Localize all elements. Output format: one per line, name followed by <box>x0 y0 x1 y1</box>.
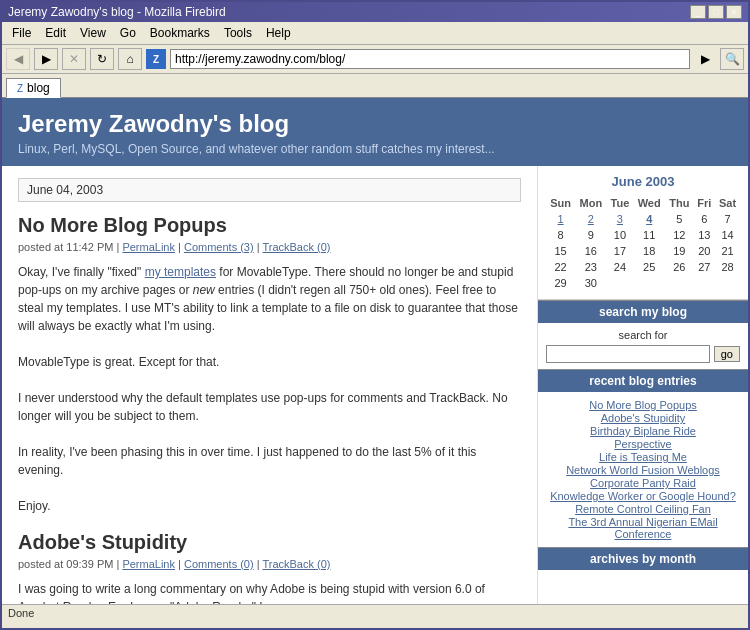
menu-file[interactable]: File <box>6 24 37 42</box>
post-1-time: 11:42 PM <box>66 241 113 253</box>
sidebar: June 2003 Sun Mon Tue Wed Thu Fri Sat <box>538 166 748 604</box>
cal-cell <box>665 275 693 291</box>
main-content: June 04, 2003 No More Blog Popups posted… <box>2 166 538 604</box>
cal-cell: 11 <box>633 227 665 243</box>
post-1-title: No More Blog Popups <box>18 214 521 237</box>
window-title: Jeremy Zawodny's blog - Mozilla Firebird <box>8 5 226 19</box>
cal-row-4: 22 23 24 25 26 27 28 <box>546 259 740 275</box>
post-1-trackback[interactable]: TrackBack (0) <box>262 241 330 253</box>
back-button[interactable]: ◀ <box>6 48 30 70</box>
calendar-table: Sun Mon Tue Wed Thu Fri Sat 1 2 3 <box>546 195 740 291</box>
post-1: No More Blog Popups posted at 11:42 PM |… <box>18 214 521 515</box>
cal-cell: 6 <box>694 211 715 227</box>
menu-bookmarks[interactable]: Bookmarks <box>144 24 216 42</box>
cal-cell: 5 <box>665 211 693 227</box>
search-section-header: search my blog <box>538 301 748 323</box>
search-go-button[interactable]: go <box>714 346 740 362</box>
post-1-comments[interactable]: Comments (3) <box>184 241 254 253</box>
recent-entries-section: recent blog entries No More Blog Popups … <box>538 369 748 547</box>
browser-icon: Z <box>146 49 166 69</box>
recent-link-8[interactable]: Remote Control Ceiling Fan <box>546 503 740 515</box>
status-text: Done <box>8 607 34 619</box>
cal-day-2[interactable]: 2 <box>588 213 594 225</box>
refresh-button[interactable]: ↻ <box>90 48 114 70</box>
menu-help[interactable]: Help <box>260 24 297 42</box>
cal-cell: 15 <box>546 243 575 259</box>
cal-row-1: 1 2 3 4 5 6 7 <box>546 211 740 227</box>
close-button[interactable]: × <box>726 5 742 19</box>
cal-cell <box>607 275 634 291</box>
my-templates-link[interactable]: my templates <box>145 265 216 279</box>
cal-cell: 23 <box>575 259 606 275</box>
maximize-button[interactable]: □ <box>708 5 724 19</box>
search-section-body: search for go <box>538 323 748 369</box>
forward-button[interactable]: ▶ <box>34 48 58 70</box>
browser-window: Jeremy Zawodny's blog - Mozilla Firebird… <box>0 0 750 630</box>
recent-link-9[interactable]: The 3rd Annual Nigerian EMail Conference <box>546 516 740 540</box>
cal-cell: 7 <box>715 211 740 227</box>
recent-link-5[interactable]: Network World Fusion Weblogs <box>546 464 740 476</box>
post-2-meta: posted at 09:39 PM | PermaLink | Comment… <box>18 558 521 570</box>
menu-tools[interactable]: Tools <box>218 24 258 42</box>
cal-row-5: 29 30 <box>546 275 740 291</box>
recent-link-1[interactable]: Adobe's Stupidity <box>546 412 740 424</box>
menu-edit[interactable]: Edit <box>39 24 72 42</box>
post-1-para5: Enjoy. <box>18 497 521 515</box>
minimize-button[interactable]: _ <box>690 5 706 19</box>
title-bar-buttons: _ □ × <box>690 5 742 19</box>
cal-sun: Sun <box>546 195 575 211</box>
post-1-permalink[interactable]: PermaLink <box>122 241 175 253</box>
menu-go[interactable]: Go <box>114 24 142 42</box>
go-arrow: ▶ <box>694 48 716 70</box>
cal-day-4[interactable]: 4 <box>646 213 652 225</box>
post-2-body: I was going to write a long commentary o… <box>18 580 521 604</box>
recent-link-4[interactable]: Life is Teasing Me <box>546 451 740 463</box>
search-input[interactable] <box>546 345 710 363</box>
cal-cell: 27 <box>694 259 715 275</box>
cal-cell: 28 <box>715 259 740 275</box>
cal-cell: 14 <box>715 227 740 243</box>
cal-cell: 9 <box>575 227 606 243</box>
post-2-comments[interactable]: Comments (0) <box>184 558 254 570</box>
blog-subtitle: Linux, Perl, MySQL, Open Source, and wha… <box>18 142 732 156</box>
recent-link-2[interactable]: Birthday Biplane Ride <box>546 425 740 437</box>
tab-blog[interactable]: Z blog <box>6 78 61 98</box>
toolbar: ◀ ▶ ✕ ↻ ⌂ Z ▶ 🔍 <box>2 45 748 74</box>
post-1-body: Okay, I've finally "fixed" my templates … <box>18 263 521 515</box>
address-input[interactable] <box>170 49 690 69</box>
cal-cell: 29 <box>546 275 575 291</box>
cal-sat: Sat <box>715 195 740 211</box>
cal-cell: 22 <box>546 259 575 275</box>
tab-label: blog <box>27 81 50 95</box>
status-bar: Done <box>2 604 748 621</box>
recent-link-6[interactable]: Corporate Panty Raid <box>546 477 740 489</box>
archives-section-header: archives by month <box>538 548 748 570</box>
cal-cell <box>715 275 740 291</box>
post-2-permalink[interactable]: PermaLink <box>122 558 175 570</box>
cal-mon: Mon <box>575 195 606 211</box>
cal-cell <box>694 275 715 291</box>
recent-entries-body: No More Blog Popups Adobe's Stupidity Bi… <box>538 392 748 547</box>
post-1-para2: MovableType is great. Except for that. <box>18 353 521 371</box>
menu-bar: File Edit View Go Bookmarks Tools Help <box>2 22 748 45</box>
menu-view[interactable]: View <box>74 24 112 42</box>
home-button[interactable]: ⌂ <box>118 48 142 70</box>
cal-cell: 16 <box>575 243 606 259</box>
search-button[interactable]: 🔍 <box>720 48 744 70</box>
recent-link-0[interactable]: No More Blog Popups <box>546 399 740 411</box>
cal-fri: Fri <box>694 195 715 211</box>
cal-cell: 25 <box>633 259 665 275</box>
cal-cell: 13 <box>694 227 715 243</box>
cal-day-3[interactable]: 3 <box>617 213 623 225</box>
post-1-para3: I never understood why the default templ… <box>18 389 521 425</box>
page-content: Jeremy Zawodny's blog Linux, Perl, MySQL… <box>2 98 748 604</box>
stop-button[interactable]: ✕ <box>62 48 86 70</box>
post-2-trackback[interactable]: TrackBack (0) <box>262 558 330 570</box>
recent-link-3[interactable]: Perspective <box>546 438 740 450</box>
calendar-title: June 2003 <box>546 174 740 189</box>
cal-cell: 17 <box>607 243 634 259</box>
cal-cell: 21 <box>715 243 740 259</box>
cal-day-1[interactable]: 1 <box>558 213 564 225</box>
recent-link-7[interactable]: Knowledge Worker or Google Hound? <box>546 490 740 502</box>
cal-thu: Thu <box>665 195 693 211</box>
